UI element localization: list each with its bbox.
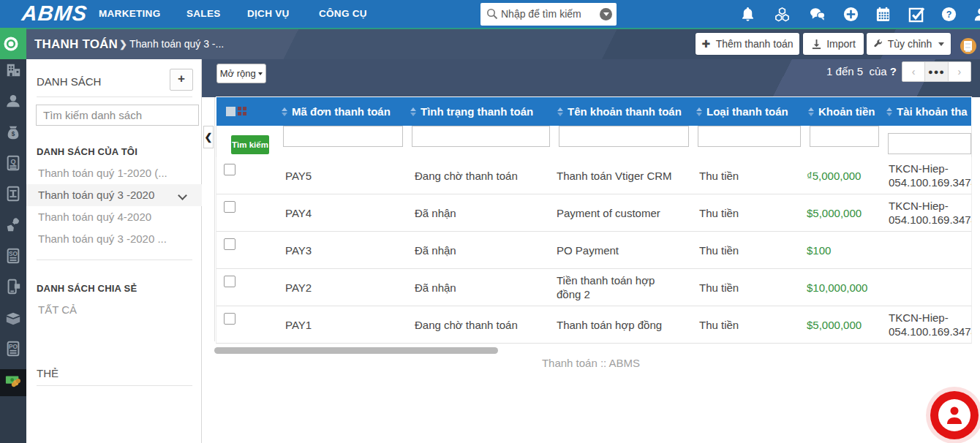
svg-text:?: ? (946, 10, 952, 20)
svg-text:$: $ (12, 131, 15, 137)
svg-text:SO: SO (9, 251, 18, 257)
svg-text:Q: Q (10, 158, 15, 165)
svg-text:PO: PO (9, 344, 18, 350)
